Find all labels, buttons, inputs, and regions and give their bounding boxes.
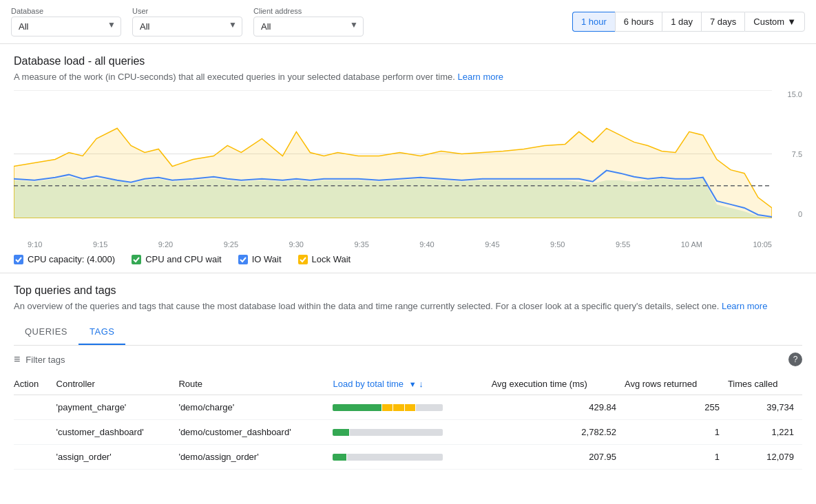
y-label-bot: 0 [798,210,802,218]
time-btn-1day[interactable]: 1 day [662,12,701,32]
check-icon-io-wait [239,255,247,264]
top-queries-description: An overview of the queries and tags that… [14,301,802,311]
cell-load-3 [333,445,491,470]
check-icon-cpu-wait [132,255,140,264]
user-select[interactable]: All [132,17,242,36]
chart-legend: CPU capacity: (4.000) CPU and CPU wait I… [14,249,802,267]
lb-green-3 [333,454,346,461]
client-address-label: Client address [253,7,364,15]
database-select[interactable]: All [11,17,121,36]
y-label-top: 15.0 [788,90,802,98]
top-bar: Database All ▼ User All ▼ Client address… [0,0,816,44]
cell-avg-exec-1: 429.84 [492,395,625,420]
cell-avg-exec-2: 2,782.52 [492,420,625,445]
legend-item-io-wait[interactable]: IO Wait [238,254,282,264]
cell-action-3 [14,445,56,470]
time-btn-1hour[interactable]: 1 hour [572,12,615,32]
lb-green-1 [333,404,381,411]
client-address-dropdown-group: Client address All ▼ [253,7,364,36]
cell-avg-exec-3: 207.95 [492,445,625,470]
top-queries-title: Top queries and tags [14,284,802,297]
bottom-section: Top queries and tags An overview of the … [0,273,816,470]
table-row[interactable]: 'payment_charge' 'demo/charge' 429.84 25… [14,395,802,420]
time-btn-6hours[interactable]: 6 hours [615,12,662,32]
filter-icon: ≡ [14,353,20,366]
cell-action-2 [14,420,56,445]
time-btn-7days[interactable]: 7 days [701,12,744,32]
sort-arrow: ↓ [419,379,423,389]
legend-checkbox-cpu-capacity [14,255,23,264]
check-icon-lock-wait [299,255,307,264]
database-label: Database [11,7,121,15]
col-avg-exec: Avg execution time (ms) [492,373,625,395]
table-row[interactable]: 'assign_order' 'demo/assign_order' 207.9… [14,445,802,470]
user-dropdown-group: User All ▼ [132,7,242,36]
legend-checkbox-cpu-wait [132,255,141,264]
col-load[interactable]: Load by total time ▼ ↓ [333,373,491,395]
chart-svg-area [14,90,772,218]
custom-dropdown-arrow: ▼ [787,17,796,27]
tab-tags[interactable]: TAGS [79,319,125,345]
time-range-buttons: 1 hour 6 hours 1 day 7 days Custom ▼ [572,12,805,32]
top-queries-learn-more-link[interactable]: Learn more [722,301,767,311]
lb-gray-3 [347,454,443,461]
table-row[interactable]: 'customer_dashboard' 'demo/customer_dash… [14,420,802,445]
chart-description: A measure of the work (in CPU-seconds) t… [14,72,802,82]
chart-container: 15.0 7.5 0 [14,90,802,235]
green-area [14,177,772,218]
lb-orange-2 [393,404,404,411]
chart-y-labels: 15.0 7.5 0 [775,90,802,218]
cell-load-1 [333,395,491,420]
chart-svg [14,90,772,218]
legend-label-cpu-wait: CPU and CPU wait [145,254,222,264]
cell-avg-rows-1: 255 [625,395,728,420]
filter-row: ≡ Filter tags ? [14,346,802,373]
check-icon-cpu-capacity [14,255,23,264]
cell-controller-1: 'payment_charge' [56,395,179,420]
chart-learn-more-link[interactable]: Learn more [458,72,503,82]
tabs: QUERIES TAGS [14,319,802,346]
user-label: User [132,7,242,15]
cell-times-called-2: 1,221 [728,420,802,445]
col-avg-rows: Avg rows returned [625,373,728,395]
legend-item-cpu-capacity[interactable]: CPU capacity: (4.000) [14,254,115,264]
help-icon[interactable]: ? [788,353,802,366]
table-header-row: Action Controller Route Load by total ti… [14,373,802,395]
lb-gray-1 [416,404,443,411]
legend-label-lock-wait: Lock Wait [312,254,351,264]
load-bar-3 [333,454,443,461]
database-dropdown-group: Database All ▼ [11,7,121,36]
y-label-mid: 7.5 [792,150,802,158]
tab-queries[interactable]: QUERIES [14,319,79,345]
cell-route-3: 'demo/assign_order' [178,445,333,470]
lb-orange-3 [405,404,416,411]
col-controller: Controller [56,373,179,395]
col-route: Route [178,373,333,395]
legend-label-cpu-capacity: CPU capacity: (4.000) [28,254,115,264]
cell-times-called-1: 39,734 [728,395,802,420]
client-address-select[interactable]: All [253,17,364,36]
lb-green-2 [333,429,349,436]
chart-title: Database load - all queries [14,55,802,67]
col-times-called: Times called [728,373,802,395]
legend-checkbox-lock-wait [298,255,308,264]
lb-orange-1 [382,404,393,411]
filter-tags-label: Filter tags [25,355,65,365]
lb-gray-2 [350,429,443,436]
legend-label-io-wait: IO Wait [252,254,282,264]
cell-load-2 [333,420,491,445]
cell-action-1 [14,395,56,420]
sort-down-icon: ▼ [409,380,417,388]
data-table: Action Controller Route Load by total ti… [14,373,802,470]
chart-x-labels: 9:10 9:15 9:20 9:25 9:30 9:35 9:40 9:45 … [14,238,802,249]
cell-avg-rows-3: 1 [625,445,728,470]
cell-route-1: 'demo/charge' [178,395,333,420]
col-action: Action [14,373,56,395]
time-btn-custom[interactable]: Custom ▼ [744,12,805,32]
legend-item-cpu-wait[interactable]: CPU and CPU wait [132,254,222,264]
filter-left: ≡ Filter tags [14,353,65,366]
cell-times-called-3: 12,079 [728,445,802,470]
legend-item-lock-wait[interactable]: Lock Wait [298,254,351,264]
load-bar-1 [333,404,443,411]
cell-controller-2: 'customer_dashboard' [56,420,179,445]
